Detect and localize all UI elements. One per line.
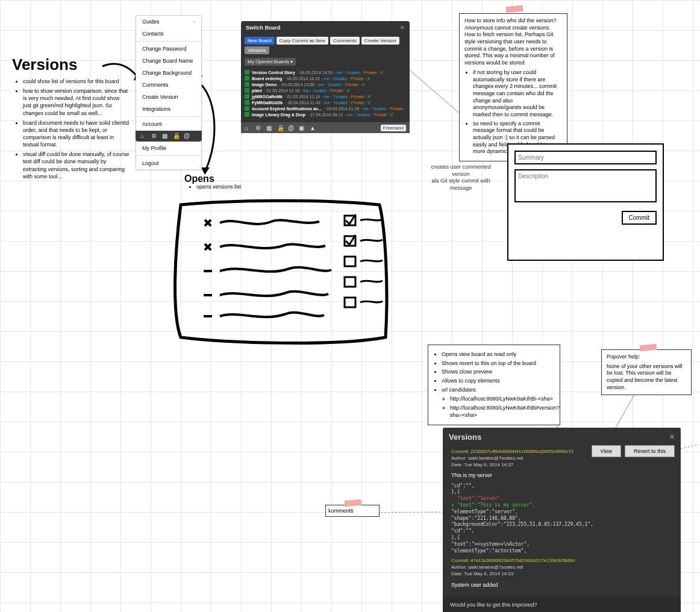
board-icon (245, 76, 249, 81)
commit-hash: Commit: 47e13c0698f820b057b82462c017e139… (451, 558, 672, 564)
opens-list-item: opens versions list (196, 184, 241, 190)
switch-board-dialog: Switch Board✕ New Board Copy Current as … (241, 21, 410, 133)
close-icon[interactable]: ✕ (669, 433, 675, 441)
new-board-button[interactable]: New Board (245, 37, 275, 45)
note-text: url candidates: (442, 387, 555, 394)
board-row[interactable]: Board ordering · 04.05.2014 18.23 · me ·… (245, 75, 406, 81)
note-text: Allows to copy elements (442, 378, 555, 385)
gear-icon[interactable]: ⚙ (255, 125, 261, 131)
menu-item-integrations[interactable]: Integrations (136, 103, 201, 115)
kommentti-note: kommentti (325, 505, 380, 517)
board-icon (245, 106, 249, 111)
menu-item-contacts[interactable]: Contacts (136, 28, 201, 40)
versions-note-item: board document needs to have solid clien… (23, 119, 130, 149)
versions-button[interactable]: Versions (245, 46, 269, 54)
view-behavior-note: Opens view board as read only Shows reve… (428, 345, 560, 425)
board-row[interactable]: Version Control Story · 04.05.2014 18.29… (245, 69, 406, 75)
menu-item-logout[interactable]: Logout (136, 157, 201, 169)
lock-icon[interactable]: 🔒 (277, 125, 283, 131)
menu-item-change-password[interactable]: Change Password (136, 43, 201, 55)
versions-panel: Versions✕ View Revert to this Commit: 22… (443, 428, 681, 612)
comments-button[interactable]: Comments (330, 37, 360, 45)
url-candidate: http://localhost:8080/LyNwK8aKIhBi#versi… (450, 405, 555, 419)
menu-item-comments[interactable]: Comments (136, 79, 201, 91)
menu-item-change-background[interactable]: Change Background (136, 67, 201, 79)
menu-toolbar: ⌂ ⚙ ▦ 🔒 @ (136, 131, 202, 142)
board-row[interactable]: jyM6IOOaReMk · 01.05.2014 11.16 · me · 7… (245, 93, 406, 99)
commit-button[interactable]: Commit (622, 211, 657, 225)
note-text: Shows revert to this on top of the board (442, 360, 555, 367)
note-title: Popover help: (607, 354, 686, 361)
boards-dropdown[interactable]: My Opened Boards ▾ (245, 58, 296, 66)
url-candidate: http://localhost:8080/LyNwK8aKIhBi-<sha> (450, 396, 555, 403)
versions-notes: Versions could show list of versions for… (12, 55, 130, 183)
switchboard-title: Switch Board (246, 25, 281, 31)
settings-menu: Guides› Contacts Change Password Change … (136, 15, 202, 170)
menu-item-change-board-name[interactable]: Change Board Name (136, 55, 201, 67)
home-icon[interactable]: ⌂ (245, 125, 251, 131)
opens-list: opens versions list (188, 184, 241, 190)
git-versioning-note: How to store info who did the version? A… (459, 13, 567, 161)
lock-icon[interactable]: 🔒 (173, 133, 179, 139)
board-icon (245, 82, 249, 87)
view-button[interactable]: View (592, 445, 621, 457)
commit-date: Date: Tue May 6, 2014 14:37 (451, 462, 672, 469)
board-row[interactable]: plant · 01.05.2014 12.18 · me · 7scales … (245, 87, 406, 93)
board-row[interactable]: Image Library Drag & Drop · 27.04.2014 0… (245, 111, 406, 117)
commit-diff: "cd":"",},{- "text":"Server",+ "text":"T… (451, 483, 672, 555)
versions-panel-title: Versions (449, 432, 481, 442)
board-row[interactable]: Image Demo · 04.05.2014 13.00 · me · 7sc… (245, 81, 406, 87)
svg-rect-8 (345, 277, 355, 287)
image-icon[interactable]: ▣ (299, 125, 305, 131)
note-text: None of your other versions will be lost… (607, 363, 686, 392)
close-icon[interactable]: ✕ (400, 25, 405, 31)
board-icon (245, 100, 249, 105)
note-text: if not storing by user could automatical… (473, 69, 562, 119)
at-icon[interactable]: @ (184, 133, 190, 139)
board-row[interactable]: FyM6Ga6iUsDb · 30.04.2014 21.43 · me · 7… (245, 99, 406, 105)
menu-item-my-profile[interactable]: My Profile (136, 142, 201, 154)
commit-message: This is my server (451, 472, 672, 479)
summary-input[interactable] (514, 151, 657, 164)
board-icon (245, 88, 249, 93)
create-version-button[interactable]: Create Version (361, 37, 399, 45)
versions-footer: Would you like to get this improved? (443, 597, 681, 612)
commit-author: Author: saiki.tanabe@7scales.net (451, 564, 672, 571)
grid-icon[interactable]: ▦ (266, 125, 272, 131)
board-icon (245, 94, 249, 99)
svg-rect-7 (345, 257, 355, 266)
freehand-button[interactable]: Freehand (381, 125, 406, 131)
chevron-right-icon: › (193, 19, 195, 25)
commit-message: System user added (451, 581, 672, 589)
revert-button[interactable]: Revert to this (625, 445, 675, 457)
versions-title: Versions (12, 55, 130, 74)
versions-list-sketch (169, 193, 398, 349)
menu-item-create-version[interactable]: Create Version (136, 91, 201, 103)
home-icon[interactable]: ⌂ (140, 133, 146, 139)
board-row[interactable]: Account Expired Notifications an... · 29… (245, 105, 406, 111)
commit-date: Date: Tue May 6, 2014 14:33 (451, 571, 672, 578)
versions-note-item: visual diff could be done manually, of c… (23, 151, 130, 180)
versions-note-item: how to show version comparison, since th… (23, 87, 130, 117)
grid-icon[interactable]: ▦ (162, 133, 168, 139)
opens-heading: Opens (184, 173, 214, 184)
description-input[interactable] (514, 169, 657, 202)
copy-board-button[interactable]: Copy Current as New (277, 37, 328, 45)
note-text: Shows close preview (442, 369, 555, 376)
menu-item-guides[interactable]: Guides› (136, 16, 201, 28)
note-text: Opens view board as read only (442, 351, 555, 358)
versions-note-item: could show list of versions for this boa… (23, 78, 130, 85)
at-icon[interactable]: @ (288, 125, 294, 131)
svg-rect-9 (345, 298, 355, 307)
popover-help-note: Popover help: None of your other version… (601, 349, 692, 395)
connector-label: creates user commented version ala Git s… (422, 164, 500, 192)
commit-form: Commit (507, 143, 664, 261)
gear-icon[interactable]: ⚙ (151, 133, 157, 139)
board-icon (245, 112, 249, 117)
menu-item-account[interactable]: Account (136, 118, 201, 130)
drive-icon[interactable]: ▲ (310, 125, 316, 131)
note-text: How to store info who did the version? A… (464, 17, 562, 67)
board-icon (245, 70, 249, 75)
